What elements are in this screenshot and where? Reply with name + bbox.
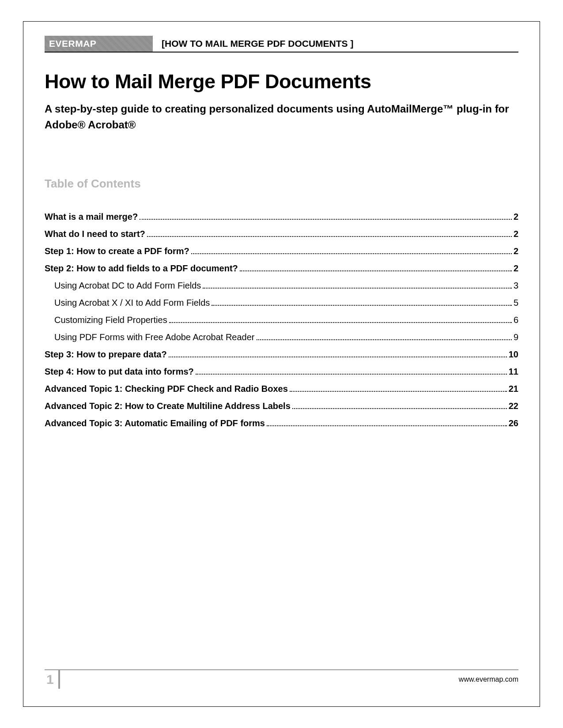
toc-entry-page: 3	[514, 281, 518, 291]
toc-leader-dots	[196, 374, 507, 375]
toc-entry-label: Step 1: How to create a PDF form?	[45, 246, 189, 256]
toc-leader-dots	[169, 356, 507, 357]
document-title: How to Mail Merge PDF Documents	[45, 70, 518, 93]
toc-entry[interactable]: What is a mail merge?2	[45, 212, 518, 222]
toc-entry-label: Step 3: How to prepare data?	[45, 349, 167, 360]
toc-entry-label: Step 2: How to add fields to a PDF docum…	[45, 263, 238, 274]
toc-entry-label: Advanced Topic 2: How to Create Multilin…	[45, 401, 291, 411]
toc-leader-dots	[147, 236, 512, 237]
document-header: EVERMAP [HOW TO MAIL MERGE PDF DOCUMENTS…	[45, 36, 518, 53]
toc-leader-dots	[203, 288, 512, 289]
toc-leader-dots	[292, 408, 507, 409]
toc-heading: Table of Contents	[45, 177, 518, 191]
toc-entry[interactable]: Customizing Field Properties6	[45, 315, 518, 325]
toc-entry[interactable]: Step 2: How to add fields to a PDF docum…	[45, 263, 518, 274]
toc-entry-page: 11	[509, 367, 518, 377]
toc-leader-dots	[191, 253, 512, 254]
footer-url: www.evermap.com	[459, 675, 518, 683]
toc-leader-dots	[290, 391, 507, 392]
page-number-box: 1	[45, 670, 60, 689]
toc-entry-page: 10	[509, 349, 518, 360]
toc-entry-label: Customizing Field Properties	[54, 315, 167, 325]
toc-entry[interactable]: Using PDF Forms with Free Adobe Acrobat …	[45, 332, 518, 342]
page-number: 1	[45, 670, 58, 689]
toc-entry[interactable]: Advanced Topic 2: How to Create Multilin…	[45, 401, 518, 411]
toc-entry-label: What is a mail merge?	[45, 212, 138, 222]
toc-entry-page: 6	[514, 315, 518, 325]
toc-leader-dots	[267, 425, 507, 426]
toc-entry-label: Advanced Topic 3: Automatic Emailing of …	[45, 418, 265, 428]
toc-entry-page: 26	[509, 418, 518, 428]
toc-entry-label: Using PDF Forms with Free Adobe Acrobat …	[54, 332, 255, 342]
toc-entry-label: What do I need to start?	[45, 229, 145, 239]
toc-entry-label: Advanced Topic 1: Checking PDF Check and…	[45, 384, 288, 394]
toc-leader-dots	[212, 305, 512, 306]
toc-entry-page: 22	[509, 401, 518, 411]
toc-entry-page: 2	[514, 246, 518, 256]
toc-entry-label: Step 4: How to put data into forms?	[45, 367, 194, 377]
toc-leader-dots	[140, 219, 512, 220]
page-number-divider	[58, 670, 60, 689]
header-title: [HOW TO MAIL MERGE PDF DOCUMENTS ]	[153, 36, 353, 52]
toc-entry-page: 5	[514, 298, 518, 308]
toc-entry[interactable]: Advanced Topic 3: Automatic Emailing of …	[45, 418, 518, 428]
page-footer: 1 www.evermap.com	[45, 669, 518, 689]
toc-entry[interactable]: Using Acrobat X / XI to Add Form Fields5	[45, 298, 518, 308]
toc-entry-page: 2	[514, 229, 518, 239]
toc-entry[interactable]: Advanced Topic 1: Checking PDF Check and…	[45, 384, 518, 394]
toc-entry[interactable]: Using Acrobat DC to Add Form Fields3	[45, 281, 518, 291]
toc-list: What is a mail merge?2What do I need to …	[45, 212, 518, 428]
toc-entry-label: Using Acrobat X / XI to Add Form Fields	[54, 298, 210, 308]
toc-entry-page: 2	[514, 263, 518, 274]
toc-entry[interactable]: Step 1: How to create a PDF form?2	[45, 246, 518, 256]
toc-entry[interactable]: Step 4: How to put data into forms?11	[45, 367, 518, 377]
document-subtitle: A step-by-step guide to creating persona…	[45, 101, 518, 133]
toc-entry-page: 9	[514, 332, 518, 342]
toc-entry[interactable]: Step 3: How to prepare data?10	[45, 349, 518, 360]
toc-entry[interactable]: What do I need to start?2	[45, 229, 518, 239]
page-frame: EVERMAP [HOW TO MAIL MERGE PDF DOCUMENTS…	[23, 21, 540, 707]
toc-entry-page: 21	[509, 384, 518, 394]
toc-leader-dots	[240, 270, 512, 271]
toc-entry-label: Using Acrobat DC to Add Form Fields	[54, 281, 201, 291]
toc-leader-dots	[169, 322, 512, 323]
toc-leader-dots	[257, 339, 512, 340]
toc-entry-page: 2	[514, 212, 518, 222]
brand-label: EVERMAP	[45, 36, 153, 52]
